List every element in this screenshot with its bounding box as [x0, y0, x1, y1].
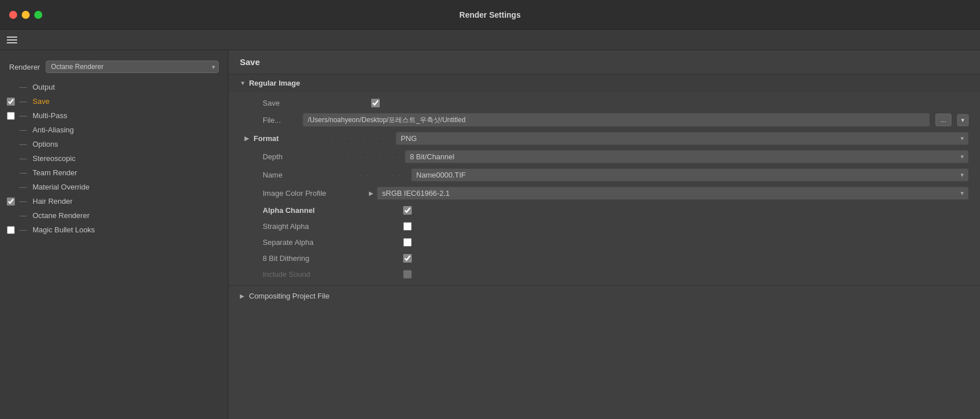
mo-dash: —	[19, 183, 27, 191]
window-title: Render Settings	[459, 10, 520, 19]
name-field-row: Name · · · · · · · · · · · Name0000.TIF	[228, 166, 980, 184]
name-select[interactable]: Name0000.TIF	[411, 168, 969, 182]
hamburger-line-3	[7, 42, 17, 43]
sidebar-item-magicbullet[interactable]: — Magic Bullet Looks	[0, 223, 228, 237]
straight-alpha-checkbox[interactable]	[403, 222, 412, 231]
depth-select[interactable]: 8 Bit/Channel	[405, 150, 969, 163]
right-panel: Save ▼ Regular Image Save File... ... ▾	[228, 50, 980, 419]
multipass-dash: —	[19, 111, 27, 120]
alpha-channel-label: Alpha Channel	[263, 206, 366, 215]
eight-bit-row: 8 Bit Dithering · · · ·	[228, 250, 980, 266]
eight-bit-checkbox[interactable]	[403, 254, 412, 263]
straight-alpha-row: Straight Alpha · · · ·	[228, 218, 980, 234]
sidebar-item-teamrender[interactable]: — Team Render	[0, 166, 228, 180]
maximize-button[interactable]	[34, 11, 42, 19]
save-field-row: Save	[228, 95, 980, 111]
compositing-section[interactable]: ▶ Compositing Project File	[228, 286, 980, 306]
include-sound-label: Include Sound	[263, 270, 366, 279]
name-select-wrap: Name0000.TIF	[411, 168, 969, 182]
compositing-label: Compositing Project File	[249, 292, 330, 300]
sidebar: Renderer Octane Renderer — Output — Save…	[0, 50, 228, 419]
titlebar: Render Settings	[0, 0, 980, 30]
format-field-row: ▶ Format · · · · · · · · · · PNG	[228, 129, 980, 147]
sidebar-item-options[interactable]: — Options	[0, 137, 228, 151]
oc-dash: —	[19, 211, 27, 220]
image-color-select[interactable]: sRGB IEC61966-2.1	[377, 187, 969, 200]
compositing-chevron: ▶	[240, 293, 244, 299]
straight-alpha-dots: · · · ·	[370, 223, 399, 229]
include-sound-checkbox[interactable]	[403, 270, 412, 279]
renderer-label: Renderer	[9, 63, 40, 71]
teamrender-label: Team Render	[33, 168, 77, 177]
sidebar-item-hairrender[interactable]: — Hair Render	[0, 194, 228, 208]
aa-dash: —	[19, 126, 27, 134]
alpha-channel-dots: · · ·	[370, 207, 399, 213]
sidebar-item-materialoverride[interactable]: — Material Override	[0, 180, 228, 194]
format-select-wrap: PNG	[396, 132, 969, 145]
renderer-select[interactable]: Octane Renderer	[46, 61, 219, 73]
sidebar-item-multipass[interactable]: — Multi-Pass	[0, 108, 228, 123]
close-button[interactable]	[9, 11, 17, 19]
format-select[interactable]: PNG	[396, 132, 969, 145]
name-dots: · · · · · · · · · · ·	[340, 171, 408, 179]
format-expand-button[interactable]: ▶	[240, 131, 254, 145]
image-color-expand-button[interactable]: ▶	[366, 187, 377, 199]
magicbullet-label: Magic Bullet Looks	[33, 225, 95, 234]
save-dash: —	[19, 97, 27, 106]
alpha-channel-checkbox[interactable]	[403, 206, 412, 215]
opt-dash: —	[19, 140, 27, 148]
separate-alpha-dots: · · · ·	[370, 239, 399, 245]
save-checkbox[interactable]	[7, 98, 15, 106]
save-label: Save	[33, 97, 50, 106]
sidebar-item-save[interactable]: — Save	[0, 94, 228, 108]
renderer-select-wrapper: Octane Renderer	[46, 61, 219, 73]
multipass-checkbox[interactable]	[7, 112, 15, 120]
eight-bit-label: 8 Bit Dithering	[263, 254, 366, 263]
separate-alpha-checkbox[interactable]	[403, 238, 412, 247]
multipass-label: Multi-Pass	[33, 111, 67, 120]
include-sound-row: Include Sound · · · ·	[228, 266, 980, 282]
depth-field-row: Depth · · · · · · · · · · 8 Bit/Channel	[228, 147, 980, 166]
file-dropdown-button[interactable]: ▾	[957, 114, 969, 126]
save-field-label: Save	[263, 99, 366, 107]
regular-image-chevron: ▼	[240, 80, 246, 86]
regular-image-content: Save File... ... ▾ ▶ Format · · · · · · …	[228, 92, 980, 285]
sidebar-item-octane[interactable]: — Octane Renderer	[0, 208, 228, 223]
image-color-select-wrap: sRGB IEC61966-2.1	[377, 187, 969, 200]
output-dash: —	[19, 83, 27, 91]
antialiasing-label: Anti-Aliasing	[33, 126, 74, 134]
stereoscopic-label: Stereoscopic	[33, 154, 75, 163]
hr-dash: —	[19, 197, 27, 206]
sidebar-item-output[interactable]: — Output	[0, 80, 228, 94]
panel-header: Save	[228, 50, 980, 74]
regular-image-header[interactable]: ▼ Regular Image	[228, 74, 980, 92]
minimize-button[interactable]	[22, 11, 30, 19]
hamburger-menu[interactable]	[7, 37, 17, 43]
alpha-channel-row: Alpha Channel · · ·	[228, 202, 980, 218]
output-label: Output	[33, 83, 55, 91]
magicbullet-checkbox[interactable]	[7, 226, 15, 234]
sidebar-item-stereoscopic[interactable]: — Stereoscopic	[0, 151, 228, 166]
renderer-row: Renderer Octane Renderer	[0, 57, 228, 80]
depth-select-wrap: 8 Bit/Channel	[405, 150, 969, 163]
depth-dots: · · · · · · · · · ·	[340, 152, 401, 161]
options-label: Options	[33, 140, 58, 148]
hairrender-checkbox[interactable]	[7, 198, 15, 206]
eight-bit-dots: · · · ·	[370, 255, 399, 261]
mb-dash: —	[19, 225, 27, 234]
image-color-label: Image Color Profile	[263, 189, 366, 198]
menubar	[0, 30, 980, 50]
sidebar-item-antialiasing[interactable]: — Anti-Aliasing	[0, 123, 228, 137]
octane-label: Octane Renderer	[33, 211, 90, 220]
file-path-input[interactable]	[303, 113, 930, 127]
save-field-checkbox[interactable]	[371, 99, 380, 107]
hamburger-line-1	[7, 37, 17, 38]
st-dash: —	[19, 154, 27, 163]
main-content: Renderer Octane Renderer — Output — Save…	[0, 50, 980, 419]
include-sound-dots: · · · ·	[370, 271, 399, 277]
hairrender-label: Hair Render	[33, 197, 73, 206]
separate-alpha-row: Separate Alpha · · · ·	[228, 234, 980, 250]
file-browse-button[interactable]: ...	[935, 114, 951, 126]
regular-image-title: Regular Image	[249, 79, 300, 87]
name-field-label: Name	[263, 171, 337, 179]
